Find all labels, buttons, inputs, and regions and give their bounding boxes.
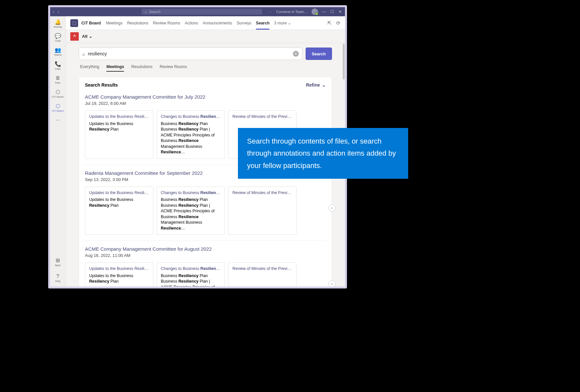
app-name: CiT Board [81,21,101,25]
meeting-title[interactable]: ACME Company Management Committee for Ju… [85,94,326,100]
topbar-tab-resolutions[interactable]: Resolutions [127,17,148,29]
document-title: Changes to Business Resiliency Pla… [161,190,221,196]
refine-label: Refine [306,82,320,88]
document-snippet: Updates to the Business Resiliency Plan [89,197,149,208]
avatar[interactable] [311,8,318,15]
document-title: Review of Minutes of the Previous M… [232,114,292,120]
sub-tab-everything[interactable]: Everything [80,63,99,72]
rail-label: CiT Board [52,109,64,112]
window-minimize-icon[interactable]: — [322,9,326,14]
rail-label: Help [55,280,60,283]
document-title: Changes to Business Resiliency Pla… [161,114,221,120]
rail-label: Apps [55,264,61,267]
rail-label: CiT Admin [52,95,64,98]
refresh-icon[interactable]: ⟳ [336,20,340,26]
topbar-tab-search[interactable]: Search [256,17,269,29]
filter-label: All [82,34,88,39]
document-card[interactable]: Updates to the Business Resiliency P… Up… [85,110,153,159]
global-search-placeholder: Search [149,10,160,14]
search-icon: ⌕ [82,51,85,57]
search-value: resiliency [88,51,290,56]
search-icon: ⌕ [145,10,147,14]
topbar-tab-announcements[interactable]: Announcements [203,17,232,29]
chevron-down-icon: ⌄ [322,82,326,88]
document-card[interactable]: Review of Minutes of the Previous M… [228,187,297,235]
scrollbar-thumb[interactable] [343,44,345,79]
rail-icon: 🗎 [55,76,61,81]
document-title: Review of Minutes of the Previous M… [232,266,292,272]
document-title: Review of Minutes of the Previous M… [232,190,292,196]
topbar-tab-meetings[interactable]: Meetings [106,17,123,29]
topbar-tab-review-rooms[interactable]: Review Rooms [153,17,180,29]
document-title: Updates to the Business Resiliency P… [89,114,149,120]
next-arrow-icon[interactable]: › [328,204,336,212]
sub-tab-review-rooms[interactable]: Review Rooms [160,63,187,72]
document-card[interactable]: Changes to Business Resiliency Pla… Busi… [157,262,225,287]
sub-tab-resolutions[interactable]: Resolutions [131,63,152,72]
rail-item-calls[interactable]: 📞Calls [50,60,65,72]
org-logo-icon: ^ [70,32,79,41]
document-card[interactable]: Changes to Business Resiliency Pla… Busi… [157,110,225,159]
popout-icon[interactable]: ⇱ [327,20,332,26]
meeting-title[interactable]: ACME Company Management Committee for Au… [85,246,326,252]
document-snippet: Updates to the Business Resiliency Plan [89,121,149,133]
sub-tab-meetings[interactable]: Meetings [106,63,124,72]
document-card[interactable]: Review of Minutes of the Previous M… [228,262,297,287]
window-titlebar: ‹ › ⌕ Search ··· Convene in Team… — ☐ ✕ [50,7,345,16]
topbar-more[interactable]: 3 more ⌄ [274,17,291,29]
filter-dropdown[interactable]: All ⌄ [82,34,92,39]
rail-more[interactable]: ··· [50,116,65,124]
document-snippet: Business Resiliency Plan Business Resili… [161,121,221,155]
rail-item-files[interactable]: 🗎Files [50,74,65,86]
topbar-tab-surveys[interactable]: Surveys [237,17,251,29]
nav-back-icon[interactable]: ‹ [53,9,54,14]
rail-label: Teams [54,53,62,56]
rail-item-chat[interactable]: 💬Chat [50,32,65,44]
rail-icon: ⬡ [56,104,60,109]
app-hint: Convene in Team… [276,10,308,14]
meeting-result: ACME Company Management Committee for Au… [84,244,327,287]
rail-icon: 👥 [55,48,61,53]
window-maximize-icon[interactable]: ☐ [330,9,334,14]
meeting-date: Aug 16, 2022, 11:00 AM [85,253,326,258]
app-logo-icon: ⬚ [70,19,78,27]
document-card[interactable]: Updates to the Business Resiliency P… Up… [85,187,153,235]
document-title: Changes to Business Resiliency Pla… [161,266,221,272]
rail-label: Activity [54,25,62,28]
topbar-tab-actions[interactable]: Actions [185,17,198,29]
result-type-tabs: EverythingMeetingsResolutionsReview Room… [80,63,331,72]
rail-icon: 📞 [55,62,61,67]
window-close-icon[interactable]: ✕ [338,9,342,14]
rail-item-activity[interactable]: 🔔Activity [50,18,65,30]
rail-label: Files [55,81,61,84]
app-rail: 🔔Activity💬Chat👥Teams📞Calls🗎Files⬡CiT Adm… [50,16,66,287]
rail-item-help[interactable]: ?Help [55,273,61,284]
chevron-down-icon: ⌄ [89,34,92,39]
document-card[interactable]: Changes to Business Resiliency Pla… Busi… [157,187,225,235]
search-button[interactable]: Search [306,48,332,60]
rail-icon: ? [56,274,59,279]
clear-search-icon[interactable]: ✕ [293,51,299,57]
document-card[interactable]: Updates to the Business Resiliency P… Up… [85,262,153,287]
rail-label: Chat [55,39,61,42]
more-icon[interactable]: ··· [267,10,272,14]
rail-item-cit-board[interactable]: ⬡CiT Board [50,102,65,114]
global-search[interactable]: ⌕ Search [142,9,262,15]
document-snippet: Updates to the Business Resiliency Plan [89,273,149,285]
chevron-down-icon: ⌄ [288,21,291,25]
next-arrow-icon[interactable]: › [328,280,336,287]
help-callout: Search through contents of files, or sea… [238,128,408,179]
document-title: Updates to the Business Resiliency P… [89,266,149,272]
nav-forward-icon[interactable]: › [58,9,59,14]
rail-label: Calls [55,67,61,70]
document-snippet: Business Resiliency Plan Business Resili… [161,197,221,231]
app-topbar: ⬚ CiT Board MeetingsResolutionsReview Ro… [66,16,345,30]
rail-item-apps[interactable]: ⊞Apps [55,257,61,268]
refine-button[interactable]: Refine ⌄ [306,82,326,88]
rail-icon: ⊞ [56,258,60,263]
rail-item-cit-admin[interactable]: ⬡CiT Admin [50,88,65,100]
search-input[interactable]: ⌕ resiliency ✕ [79,48,302,60]
filter-bar: ^ All ⌄ [66,30,345,43]
rail-item-teams[interactable]: 👥Teams [50,46,65,58]
results-heading: Search Results [85,82,118,88]
